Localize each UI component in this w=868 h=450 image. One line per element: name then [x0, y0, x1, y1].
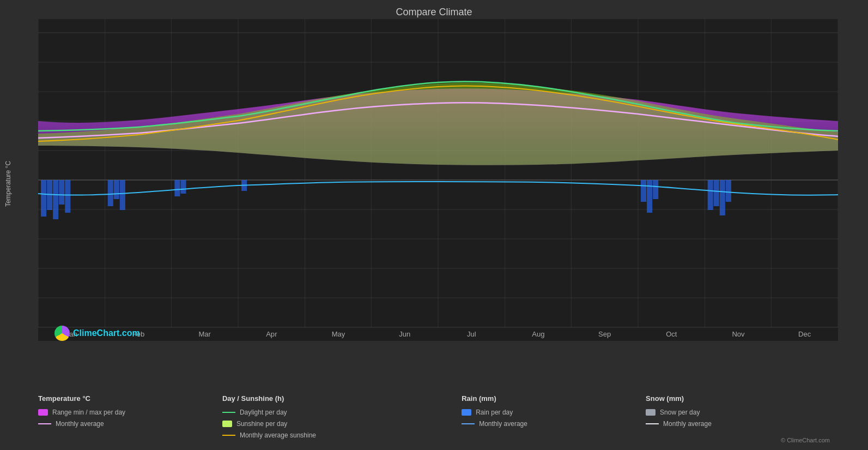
snow-swatch [646, 409, 655, 416]
svg-rect-42 [726, 180, 731, 202]
rain-swatch [462, 409, 471, 416]
logo-icon-bottom [54, 326, 70, 341]
svg-rect-38 [653, 180, 658, 199]
svg-text:Oct: Oct [666, 330, 677, 338]
svg-rect-37 [647, 180, 652, 213]
snow-avg-swatch [646, 423, 659, 424]
svg-rect-33 [174, 180, 180, 196]
svg-rect-36 [641, 180, 646, 202]
main-container: Compare Climate San Diego San Diego Clim… [0, 0, 868, 450]
legend-rain-per-day: Rain per day [462, 409, 646, 416]
legend-temperature: Temperature °C Range min / max per day M… [38, 394, 222, 439]
svg-rect-27 [53, 180, 58, 219]
svg-text:Jul: Jul [467, 330, 476, 338]
legend-temp-title: Temperature °C [38, 394, 222, 403]
main-chart-svg: Jan Feb Mar Apr May Jun Jul Aug Sep Oct … [38, 19, 838, 341]
svg-rect-29 [65, 180, 70, 213]
svg-text:Apr: Apr [266, 330, 277, 338]
svg-rect-34 [180, 180, 186, 194]
daylight-swatch [222, 412, 235, 413]
svg-rect-30 [108, 180, 113, 206]
svg-text:Mar: Mar [198, 330, 211, 338]
legend-temp-range: Range min / max per day [38, 409, 222, 416]
legend-rain-title: Rain (mm) [462, 394, 646, 403]
svg-rect-31 [114, 180, 119, 199]
sunshine-avg-swatch [222, 435, 235, 436]
left-axis-label: Temperature °C [4, 161, 12, 207]
legend-temp-avg: Monthly average [38, 420, 222, 428]
legend-rain-avg: Monthly average [462, 420, 646, 428]
logo-bottom-left: ClimeChart.com [54, 326, 140, 341]
svg-text:Sep: Sep [598, 330, 611, 338]
svg-rect-28 [59, 180, 64, 205]
svg-text:Aug: Aug [532, 330, 544, 338]
legend-sunshine-avg: Monthly average sunshine [222, 431, 462, 439]
svg-rect-25 [41, 180, 46, 217]
svg-text:Dec: Dec [798, 330, 811, 338]
logo-text-bottom: ClimeChart.com [73, 328, 140, 338]
legend-sunshine-title: Day / Sunshine (h) [222, 394, 462, 403]
legend-snow-title: Snow (mm) [646, 394, 830, 403]
legend-area: Temperature °C Range min / max per day M… [0, 394, 868, 439]
legend-snow-per-day: Snow per day [646, 409, 830, 416]
svg-rect-41 [720, 180, 725, 215]
copyright: © ClimeChart.com [781, 437, 830, 443]
legend-sunshine: Day / Sunshine (h) Daylight per day Suns… [222, 394, 462, 439]
sunshine-swatch [222, 421, 232, 427]
legend-rain: Rain (mm) Rain per day Monthly average [462, 394, 646, 439]
legend-sunshine-per-day: Sunshine per day [222, 420, 462, 428]
page-title: Compare Climate [0, 0, 868, 20]
temp-range-swatch [38, 409, 48, 416]
svg-text:Nov: Nov [732, 330, 745, 338]
svg-rect-39 [708, 180, 713, 210]
temp-avg-line-swatch [38, 423, 51, 424]
svg-text:May: May [332, 330, 345, 338]
svg-text:Jun: Jun [399, 330, 410, 338]
legend-daylight: Daylight per day [222, 409, 462, 416]
legend-snow-avg: Monthly average [646, 420, 830, 428]
svg-rect-32 [120, 180, 125, 210]
svg-rect-40 [714, 180, 719, 206]
rain-avg-swatch [462, 423, 475, 424]
legend-snow: Snow (mm) Snow per day Monthly average [646, 394, 830, 439]
